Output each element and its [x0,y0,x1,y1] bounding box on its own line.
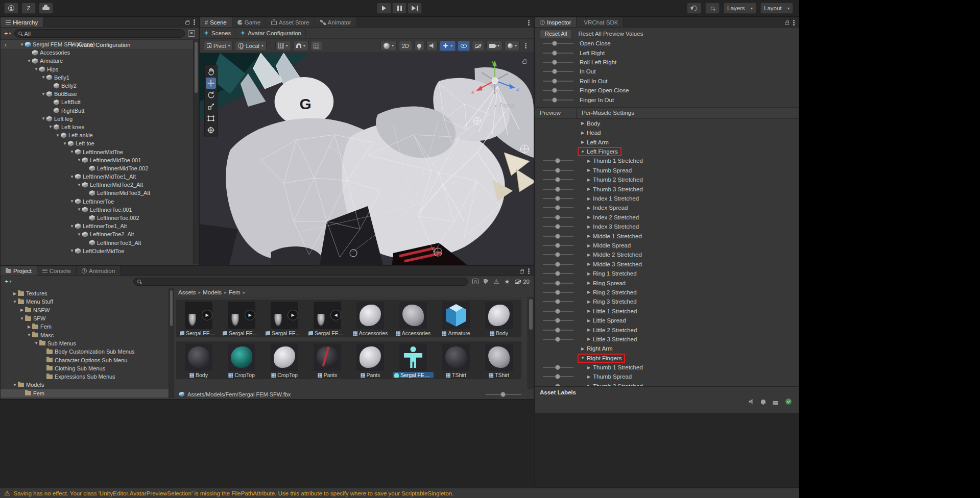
muscle-slider[interactable] [535,160,579,161]
slider-knob[interactable] [555,328,560,333]
muscle-foldout[interactable]: Middle 2 Stretched [585,251,644,258]
muscle-foldout[interactable]: Thumb 2 Stretched [585,383,646,386]
slider-knob[interactable] [555,177,560,182]
breadcrumb-item[interactable]: Scenes [204,30,237,37]
folder-item[interactable]: Sub Menus [1,339,174,347]
slider-knob[interactable] [555,281,560,286]
hierarchy-item[interactable]: ButtBase [1,90,193,98]
folder-item[interactable]: Character Options Sub Menu [1,356,174,364]
muscle-foldout[interactable]: Little 3 Stretched [585,336,639,343]
asset-tile[interactable]: Sergal FEM... [263,302,306,336]
muscle-slider[interactable] [535,339,579,340]
preview-slider[interactable] [535,81,579,82]
slider-knob[interactable] [552,79,557,84]
view-tab[interactable]: Game [232,17,266,27]
folder-item[interactable]: Textures [1,289,174,297]
slider-knob[interactable] [555,337,560,342]
muscle-foldout[interactable]: Little 2 Stretched [585,327,639,334]
slider-knob[interactable] [555,365,560,370]
slider-knob[interactable] [552,51,557,56]
view-tab[interactable]: Animator [315,17,357,27]
slider-knob[interactable] [555,309,560,314]
muscle-slider[interactable] [535,198,579,199]
muscle-slider[interactable] [535,283,579,284]
preview-slider[interactable] [535,53,579,54]
hierarchy-item[interactable]: LeftInnerToe1_Alt [1,222,193,230]
search-by-label-icon[interactable] [484,279,489,284]
slider-knob[interactable] [555,374,560,379]
hierarchy-item[interactable]: Left knee [1,123,193,131]
asset-tile[interactable]: Sergal FEM... [306,302,349,336]
cloud-services-button[interactable] [39,3,53,14]
expand-arrow-icon[interactable] [69,175,75,179]
muscle-slider[interactable] [535,170,579,171]
expand-arrow-icon[interactable] [69,248,75,253]
folder-tree-scrollbar[interactable] [169,288,174,398]
view-tab[interactable]: Asset Store [266,17,315,27]
slider-knob[interactable] [500,392,506,397]
muscle-foldout[interactable]: Index 1 Stretched [585,195,641,202]
muscle-slider[interactable] [535,301,579,302]
expand-arrow-icon[interactable] [33,67,39,71]
asset-tile[interactable]: Pants [349,343,392,378]
slider-knob[interactable] [555,205,560,210]
mute-audio-icon[interactable] [749,399,754,404]
global-search-button[interactable] [705,3,720,14]
reset-all-button[interactable]: Reset All [540,30,572,38]
gizmos-dropdown[interactable]: ▾ [505,41,520,51]
expand-subassets-button[interactable] [245,310,255,320]
expand-arrow-icon[interactable] [62,141,68,146]
slider-knob[interactable] [555,168,560,173]
lock-icon[interactable] [520,270,524,273]
muscle-foldout[interactable]: Index Spread [585,204,630,211]
account-button[interactable] [4,3,18,14]
breadcrumb-item[interactable]: Avatar Configuration [240,30,307,37]
muscle-foldout[interactable]: Ring 1 Stretched [585,270,639,277]
expand-subassets-button[interactable] [202,310,212,320]
muscle-slider[interactable] [535,189,579,190]
muscle-slider[interactable] [535,179,579,180]
muscle-foldout[interactable]: Thumb Spread [585,373,634,380]
muscle-slider[interactable] [535,367,579,368]
thumbnail-zoom-slider[interactable] [486,394,521,395]
muscle-foldout[interactable]: Right Fingers [579,355,624,362]
scale-tool-button[interactable] [206,101,216,112]
preview-slider[interactable] [535,90,579,91]
rect-tool-button[interactable] [206,113,216,124]
muscle-foldout[interactable]: Ring 2 Stretched [585,289,639,296]
expand-arrow-icon[interactable] [76,183,82,187]
expand-arrow-icon[interactable] [19,308,25,312]
panel-menu-icon[interactable] [528,268,530,270]
muscle-foldout[interactable]: Index 2 Stretched [585,214,641,221]
expand-arrow-icon[interactable] [76,232,82,237]
breadcrumb-item[interactable]: Models▸ [203,289,227,295]
expand-arrow-icon[interactable] [19,42,25,47]
asset-tile[interactable]: Pants [306,343,349,378]
hierarchy-item[interactable]: LeftInnerMidToe.002 [1,164,193,172]
slider-knob[interactable] [555,215,560,220]
hierarchy-scrollbar[interactable] [193,40,199,264]
create-object-button[interactable]: +▾ [4,30,11,37]
hierarchy-item[interactable]: RightButt [1,107,193,115]
folder-item[interactable]: SFW [1,314,174,322]
hierarchy-item[interactable]: LeftInnerToe [1,197,193,206]
inspector-tab[interactable]: VRChat SDK [577,17,624,27]
bottom-tab[interactable]: Console [37,266,77,276]
hierarchy-item[interactable]: LeftInnerMidToe2_Alt [1,181,193,189]
muscle-foldout[interactable]: Body [579,120,603,127]
shading-mode-dropdown[interactable]: ▾ [380,41,397,51]
slider-knob[interactable] [555,299,560,304]
asset-tile[interactable]: Accessories [392,302,435,336]
panel-menu-icon[interactable] [528,20,530,21]
hierarchy-item[interactable]: Hips [1,65,193,73]
muscle-foldout[interactable]: Little Spread [585,317,629,324]
muscle-slider[interactable] [535,292,579,293]
preview-slider[interactable] [535,99,579,101]
asset-tile[interactable]: Sergal FEM... [392,343,435,378]
folder-item[interactable]: Models [1,381,174,389]
hierarchy-item[interactable]: LeftButt [1,98,193,106]
slider-knob[interactable] [555,158,560,163]
slider-knob[interactable] [555,318,560,323]
hierarchy-item[interactable]: LeftInnerMidToe.001 [1,156,193,164]
lock-icon[interactable] [185,21,189,24]
